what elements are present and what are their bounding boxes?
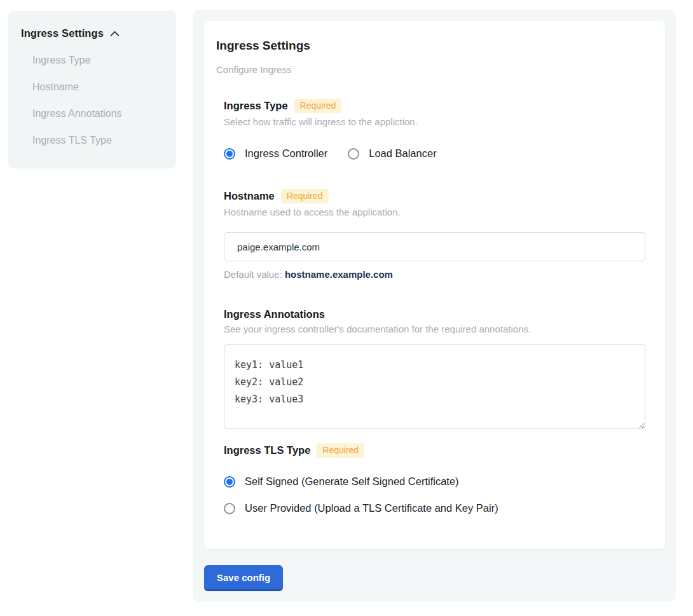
radio-unselected-icon xyxy=(224,503,235,514)
radio-unselected-icon xyxy=(348,148,359,160)
field-ingress-annotations: Ingress Annotations See your ingress con… xyxy=(224,308,645,429)
hostname-label: Hostname xyxy=(224,190,275,202)
required-badge: Required xyxy=(294,99,342,113)
annotations-label: Ingress Annotations xyxy=(224,308,325,320)
sidebar-group-ingress-settings[interactable]: Ingress Settings xyxy=(21,27,163,39)
hostname-input[interactable] xyxy=(224,232,645,261)
radio-label: Ingress Controller xyxy=(245,147,327,160)
sidebar-item-ingress-type[interactable]: Ingress Type xyxy=(32,55,163,66)
radio-ingress-controller[interactable]: Ingress Controller xyxy=(224,147,327,160)
tls-type-label: Ingress TLS Type xyxy=(224,444,310,456)
sidebar-item-ingress-annotations[interactable]: Ingress Annotations xyxy=(32,108,163,120)
sidebar-item-hostname[interactable]: Hostname xyxy=(32,81,163,93)
radio-label: Self Signed (Generate Self Signed Certif… xyxy=(245,476,459,488)
ingress-type-options: Ingress Controller Load Balancer xyxy=(224,147,645,160)
field-ingress-tls-type: Ingress TLS Type Required Self Signed (G… xyxy=(224,443,645,514)
chevron-up-icon xyxy=(104,30,120,38)
required-badge: Required xyxy=(281,189,329,203)
settings-nav: Ingress Settings Ingress Type Hostname I… xyxy=(8,11,176,168)
radio-selected-icon xyxy=(224,476,235,488)
radio-label: Load Balancer xyxy=(369,147,436,160)
save-config-button[interactable]: Save config xyxy=(204,565,283,591)
ingress-settings-card: Ingress Settings Configure Ingress Ingre… xyxy=(204,21,665,549)
sidebar-list: Ingress Type Hostname Ingress Annotation… xyxy=(21,55,163,146)
ingress-type-label: Ingress Type xyxy=(224,100,288,112)
field-hostname: Hostname Required Hostname used to acces… xyxy=(224,189,645,280)
field-ingress-type: Ingress Type Required Select how traffic… xyxy=(224,99,645,160)
page-title: Ingress Settings xyxy=(216,38,645,53)
radio-label: User Provided (Upload a TLS Certificate … xyxy=(245,502,498,514)
radio-load-balancer[interactable]: Load Balancer xyxy=(348,147,436,160)
annotations-help: See your ingress controller's documentat… xyxy=(224,324,645,335)
default-value-prefix: Default value: xyxy=(224,269,285,280)
hostname-default-value: Default value: hostname.example.com xyxy=(224,269,645,280)
sidebar-group-label: Ingress Settings xyxy=(21,27,104,39)
required-badge: Required xyxy=(317,443,364,458)
default-value-text: hostname.example.com xyxy=(285,269,393,280)
annotations-textarea[interactable]: key1: value1 key2: value2 key3: value3 xyxy=(224,344,645,429)
settings-panel: Ingress Settings Configure Ingress Ingre… xyxy=(193,10,676,602)
radio-selected-icon xyxy=(224,148,235,160)
ingress-type-help: Select how traffic will ingress to the a… xyxy=(224,116,645,128)
radio-user-provided[interactable]: User Provided (Upload a TLS Certificate … xyxy=(224,502,645,514)
radio-self-signed[interactable]: Self Signed (Generate Self Signed Certif… xyxy=(224,476,645,488)
tls-type-options: Self Signed (Generate Self Signed Certif… xyxy=(224,476,645,514)
sidebar-item-ingress-tls-type[interactable]: Ingress TLS Type xyxy=(32,135,163,146)
hostname-help: Hostname used to access the application. xyxy=(224,207,645,218)
page-subtitle: Configure Ingress xyxy=(216,64,645,76)
